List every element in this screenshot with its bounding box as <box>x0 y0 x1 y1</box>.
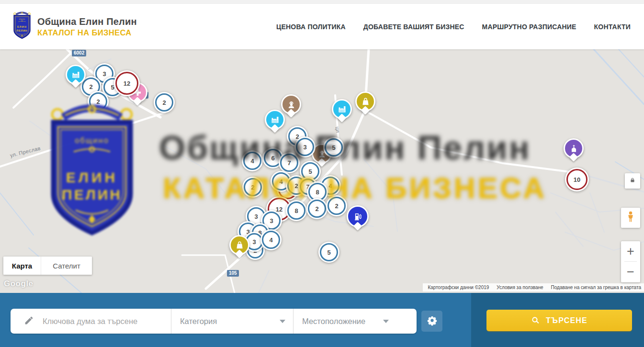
advanced-settings-button[interactable] <box>421 311 442 332</box>
lock-control[interactable] <box>625 173 640 189</box>
nav-route-schedule[interactable]: МАРШРУТНО РАЗПИСАНИЕ <box>482 23 576 31</box>
worker-icon <box>286 100 296 110</box>
pegman-icon <box>624 210 637 226</box>
svg-text:общино: общино <box>75 136 109 145</box>
cluster-marker[interactable]: 10 <box>565 168 589 191</box>
map-type-control: Карта Сателит <box>3 257 92 275</box>
marker-bag[interactable] <box>355 91 375 112</box>
pencil-icon <box>24 315 34 327</box>
category-select-label: Категория <box>180 317 217 326</box>
marker-fuel[interactable] <box>347 205 369 227</box>
marker-factory[interactable] <box>332 99 352 119</box>
cluster-marker[interactable]: 4 <box>260 229 282 250</box>
road-number-badge: 105 <box>227 270 239 277</box>
road-number-badge: 6002 <box>72 50 86 56</box>
category-select[interactable]: Категория <box>171 309 293 334</box>
chevron-down-icon <box>383 320 389 323</box>
watermark-subtitle: КАТАЛОГ НА БИЗНЕСА <box>163 171 547 205</box>
cluster-count: 12 <box>124 80 130 87</box>
top-strip <box>0 0 644 4</box>
zoom-out-button[interactable]: − <box>621 262 640 282</box>
marker-factory[interactable] <box>66 65 86 85</box>
fuel-icon <box>353 212 363 222</box>
marker-bag[interactable] <box>229 235 249 255</box>
chevron-down-icon <box>280 320 285 323</box>
nav-contacts[interactable]: КОНТАКТИ <box>594 23 631 31</box>
lock-icon <box>629 177 636 185</box>
map-data-attribution: Картографски данни ©2019 <box>428 285 489 290</box>
cluster-count: 2 <box>89 83 92 90</box>
report-error-link[interactable]: Подаване на сигнал за грешка в картата <box>551 285 641 290</box>
main-nav: ЦЕНОВА ПОЛИТИКАДОБАВЕТЕ ВАШИЯТ БИЗНЕСМАР… <box>276 23 631 31</box>
factory-icon <box>337 104 347 114</box>
keyword-field[interactable] <box>11 309 171 334</box>
map-canvas[interactable]: 32512222354675242748128223338342510ул. П… <box>0 49 644 293</box>
bag-icon <box>361 97 371 107</box>
zoom-in-button[interactable]: + <box>621 241 640 261</box>
cluster-count: 5 <box>327 249 330 256</box>
nav-add-business[interactable]: ДОБАВЕТЕ ВАШИЯТ БИЗНЕС <box>363 23 464 31</box>
svg-text:ПЕЛИН: ПЕЛИН <box>62 187 122 202</box>
gear-icon <box>427 315 438 328</box>
site-subtitle: КАТАЛОГ НА БИЗНЕСА <box>37 28 137 37</box>
search-icon <box>531 316 540 325</box>
map-type-satellite-button[interactable]: Сателит <box>41 257 92 275</box>
site-title: Община Елин Пелин <box>37 16 137 27</box>
map-attribution: Картографски данни ©2019Условия за ползв… <box>423 283 644 291</box>
app-root: общино ЕЛИН ПЕЛИН Община Елин Пелин КАТА… <box>0 0 644 347</box>
svg-text:ПЕЛИН: ПЕЛИН <box>16 29 27 32</box>
cluster-count: 8 <box>294 207 298 214</box>
map-type-map-button[interactable]: Карта <box>3 257 41 275</box>
search-bar-left: Категория Местоположение <box>0 293 471 347</box>
google-logo[interactable]: Google <box>4 279 34 289</box>
search-button-label: ТЪРСЕНЕ <box>546 316 588 325</box>
search-bar-right: ТЪРСЕНЕ <box>471 293 644 347</box>
marker-church[interactable] <box>564 138 584 158</box>
search-button[interactable]: ТЪРСЕНЕ <box>486 310 632 331</box>
municipality-crest-logo: общино ЕЛИН ПЕЛИН <box>11 11 33 42</box>
brand-text: Община Елин Пелин КАТАЛОГ НА БИЗНЕСА <box>37 16 137 37</box>
svg-text:ЕЛИН: ЕЛИН <box>17 25 27 28</box>
keyword-input[interactable] <box>42 316 168 326</box>
cluster-count: 3 <box>254 213 258 220</box>
cluster-count: 3 <box>270 217 273 224</box>
header: общино ЕЛИН ПЕЛИН Община Елин Пелин КАТА… <box>0 4 644 49</box>
cluster-marker[interactable]: 5 <box>318 242 339 263</box>
marker-worker[interactable] <box>281 94 301 114</box>
svg-text:общино: общино <box>19 18 25 20</box>
church-icon <box>569 144 579 154</box>
cluster-count: 4 <box>269 236 272 244</box>
factory-icon <box>71 70 81 80</box>
search-fieldbar: Категория Местоположение <box>11 309 417 334</box>
cluster-count: 3 <box>252 238 256 246</box>
watermark-title: Община Елин Пелин <box>159 128 531 167</box>
zoom-control: + − <box>621 241 640 282</box>
nav-pricing-policy[interactable]: ЦЕНОВА ПОЛИТИКА <box>276 23 346 31</box>
location-select[interactable]: Местоположение <box>294 309 417 334</box>
bag-icon <box>235 240 245 250</box>
search-bar: Категория Местоположение <box>0 293 644 347</box>
brand[interactable]: общино ЕЛИН ПЕЛИН Община Елин Пелин КАТА… <box>11 11 137 42</box>
cluster-marker[interactable]: 2 <box>154 92 175 113</box>
cluster-count: 2 <box>162 99 166 106</box>
location-select-label: Местоположение <box>302 317 365 326</box>
terms-link[interactable]: Условия за ползване <box>497 285 543 290</box>
watermark-crest: общино ЕЛИН ПЕЛИН <box>41 103 143 244</box>
marker-factory[interactable] <box>265 110 285 130</box>
svg-text:ЕЛИН: ЕЛИН <box>66 169 118 185</box>
cluster-count: 3 <box>102 70 106 78</box>
cluster-count: 10 <box>574 176 580 183</box>
factory-icon <box>270 115 280 125</box>
cluster-marker[interactable]: 12 <box>114 70 140 96</box>
cluster-count: 2 <box>315 205 318 213</box>
street-view-pegman[interactable] <box>621 208 640 228</box>
